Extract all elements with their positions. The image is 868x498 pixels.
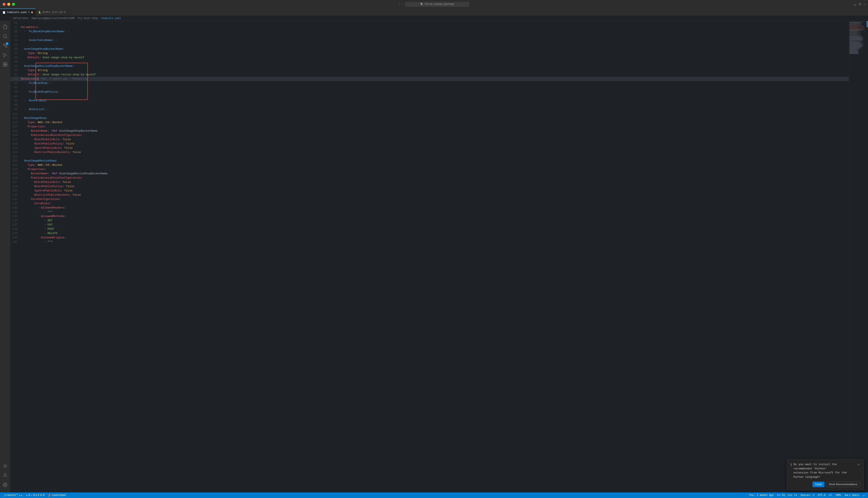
code-line: 113 Type: AWS::S3::Bucket	[10, 120, 849, 124]
notification-close-button[interactable]: ✕	[857, 462, 860, 467]
search-icon: 🔍	[420, 3, 423, 6]
back-arrow[interactable]: ‹	[399, 3, 400, 6]
info-icon: ℹ	[36, 494, 37, 497]
code-line: 128 BlockPublicPolicy: false	[10, 184, 849, 188]
svg-point-2	[3, 44, 5, 45]
error-icon: ✕	[26, 494, 27, 497]
code-line: 89	[10, 103, 849, 107]
show-recommendations-button[interactable]: Show Recommendations	[826, 482, 860, 487]
status-spaces[interactable]: Spaces: 2	[799, 493, 816, 498]
breadcrumb-part-1[interactable]: serverless	[13, 17, 28, 20]
fold-arrow[interactable]: ›	[24, 30, 27, 34]
status-errors[interactable]: ✕ 0 ⚠ 0 ℹ 4 ⟳ 0	[24, 493, 46, 498]
svg-rect-9	[3, 65, 5, 66]
fold-arrow[interactable]: ›	[24, 107, 27, 112]
fold-arrow[interactable]: ›	[24, 81, 27, 86]
activity-remote[interactable]	[1, 462, 9, 470]
tab-label-books: books_list.py	[42, 11, 63, 14]
code-line: 120 RestrictPublicBuckets: false	[10, 150, 849, 155]
activity-bottom	[1, 462, 9, 491]
minimap-content	[849, 21, 868, 55]
activity-source-control[interactable]: 3	[1, 41, 9, 50]
svg-rect-10	[5, 65, 7, 66]
forward-arrow[interactable]: ›	[402, 3, 404, 6]
git-branch-icon: ⎇	[3, 494, 7, 497]
minimap-scrollbar	[867, 21, 868, 27]
tab-template-yaml[interactable]: 📄 template.yaml M	[0, 9, 36, 16]
code-line: 21	[10, 34, 849, 38]
status-user[interactable]: 👤 You, 2 weeks ago	[743, 493, 775, 498]
svg-point-11	[4, 466, 6, 467]
activity-settings[interactable]	[1, 481, 9, 489]
code-editor[interactable]: 16 17 Parameters: 18 › FcjBookShopBucket…	[10, 21, 849, 493]
activity-extensions[interactable]	[1, 60, 9, 69]
code-lines: 16 17 Parameters: 18 › FcjBookShopBucket…	[10, 21, 849, 244]
code-line: 123 Type: AWS::S3::Bucket	[10, 163, 849, 167]
breadcrumb: serverless › deployingApplicationsWithSA…	[0, 16, 868, 21]
search-bar[interactable]: 🔍 first-cloud-journey	[405, 2, 469, 7]
code-line: 141 - "*"	[10, 240, 849, 244]
code-line: 18 › FcjBookShopBucketName: ~	[10, 29, 849, 34]
title-right: ⚏ ⧉ ⋯	[854, 2, 866, 6]
code-line: 133 - AllowedHeaders:	[10, 206, 849, 210]
code-line: 126 PublicAccessBlockConfiguration:	[10, 176, 849, 180]
status-position[interactable]: Ln 33, Col 11	[775, 493, 799, 498]
position-label: Ln 33, Col 11	[777, 494, 797, 497]
code-line: 134 - "*"	[10, 210, 849, 214]
status-launchpad[interactable]: 🚀 Launchpad	[46, 493, 67, 498]
more-icon[interactable]: ⋯	[864, 2, 866, 6]
encoding-label: UTF-8	[818, 494, 826, 497]
settings-layout-icon[interactable]: ⚏	[854, 2, 856, 6]
spaces-label: Spaces: 2	[801, 494, 814, 497]
code-line: 28 Default: book-image-shop-by-myself	[10, 55, 849, 60]
fold-arrow[interactable]: ›	[24, 38, 27, 43]
activity-explorer[interactable]	[1, 23, 9, 31]
tab-books-list-py[interactable]: 🐍 books_list.py U	[36, 9, 68, 16]
sync-icon: ↺	[19, 494, 20, 497]
breadcrumb-part-3[interactable]: fcj-book-shop	[78, 17, 98, 20]
breadcrumb-part-2[interactable]: deployingApplicationsWithSAM	[31, 17, 75, 20]
fold-arrow[interactable]: ›	[24, 99, 27, 103]
title-center: ‹ › 🔍 first-cloud-journey	[399, 2, 469, 7]
notification-actions: Install Show Recommendations	[790, 482, 860, 487]
code-line: 25	[10, 43, 849, 47]
code-line: 135 AllowedMethods:	[10, 214, 849, 219]
activity-account[interactable]	[1, 471, 9, 480]
svg-marker-6	[4, 53, 7, 57]
svg-rect-7	[3, 63, 5, 64]
svg-line-1	[6, 37, 7, 38]
breadcrumb-sep-3: ›	[99, 17, 100, 20]
fold-arrow[interactable]: ›	[24, 90, 27, 94]
split-editor-icon[interactable]: ⧉	[859, 2, 861, 6]
status-feedback[interactable]: ☁	[861, 493, 866, 498]
code-line: 121	[10, 155, 849, 159]
code-line: 111	[10, 112, 849, 116]
status-spell[interactable]: Aa 1 Spell	[843, 493, 861, 498]
close-button[interactable]	[2, 3, 5, 6]
breadcrumb-sep-2: ›	[75, 17, 77, 20]
rocket-icon: 🚀	[48, 494, 51, 497]
code-line: 30 bookImageResizeShopBucketName:	[10, 64, 849, 68]
git-modified-badge: M	[28, 11, 30, 14]
code-line: 98 › BooksList: ~	[10, 107, 849, 112]
status-encoding[interactable]: UTF-8	[816, 493, 827, 498]
maximize-button[interactable]	[12, 3, 15, 6]
status-language[interactable]: YAML	[834, 493, 843, 498]
status-eol[interactable]: LF	[827, 493, 834, 498]
code-line: 63 › BooksTable: ~	[10, 99, 849, 103]
search-text: first-cloud-journey	[425, 3, 454, 6]
spell-label: 1 Spell	[849, 494, 859, 497]
code-line: 29	[10, 60, 849, 64]
install-button[interactable]: Install	[813, 482, 824, 487]
language-label: YAML	[835, 494, 842, 497]
code-line: 46 › FcjBookShopPolicy: ~	[10, 90, 849, 94]
svg-point-3	[6, 46, 7, 48]
svg-point-13	[4, 484, 6, 485]
activity-run-debug[interactable]	[1, 51, 9, 59]
breadcrumb-part-4[interactable]: template.yaml	[101, 17, 121, 20]
activity-search[interactable]	[1, 32, 9, 41]
minimize-button[interactable]	[7, 3, 10, 6]
code-line: 27 Type: String	[10, 51, 849, 55]
status-branch[interactable]: ⎇ master* ↺ ↻	[2, 493, 24, 498]
notification-subtitle: extension from Microsoft for the Python …	[793, 471, 847, 479]
